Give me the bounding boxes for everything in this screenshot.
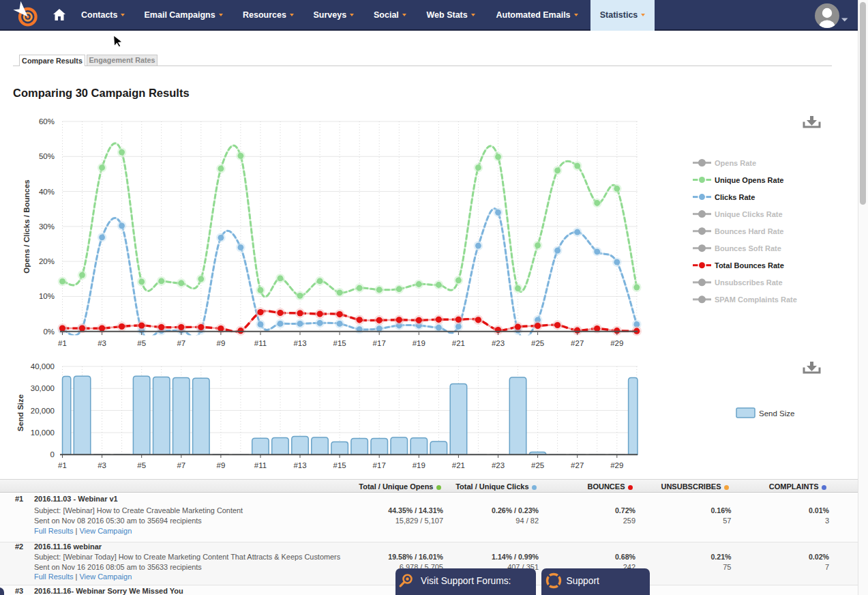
svg-text:#13: #13 [293, 339, 306, 347]
svg-text:#1: #1 [58, 339, 67, 347]
svg-text:10%: 10% [39, 292, 55, 300]
svg-text:#17: #17 [373, 339, 386, 347]
svg-text:#11: #11 [254, 339, 267, 347]
svg-text:20,000: 20,000 [31, 407, 55, 415]
svg-text:10,000: 10,000 [31, 429, 55, 437]
svg-text:#15: #15 [333, 339, 346, 347]
svg-text:#27: #27 [571, 461, 584, 469]
svg-text:20%: 20% [39, 257, 55, 265]
svg-text:#29: #29 [610, 461, 623, 469]
svg-text:#5: #5 [137, 339, 146, 347]
svg-text:#1: #1 [58, 461, 67, 469]
svg-text:0: 0 [50, 450, 55, 459]
svg-text:Total Bounces Rate: Total Bounces Rate [715, 261, 784, 270]
svg-text:#11: #11 [254, 461, 267, 469]
svg-text:#9: #9 [217, 461, 226, 469]
svg-text:#29: #29 [610, 339, 623, 347]
svg-text:#3: #3 [98, 461, 106, 469]
svg-text:Clicks Rate: Clicks Rate [715, 193, 755, 201]
svg-text:#7: #7 [177, 339, 185, 347]
svg-text:Unsubscribes Rate: Unsubscribes Rate [715, 278, 783, 287]
svg-text:30%: 30% [39, 222, 55, 231]
svg-text:#13: #13 [293, 461, 306, 469]
svg-text:50%: 50% [39, 152, 55, 160]
svg-text:SPAM Complaints Rate: SPAM Complaints Rate [715, 295, 797, 304]
svg-text:Opens Rate: Opens Rate [715, 159, 756, 167]
svg-text:#9: #9 [217, 339, 226, 347]
svg-text:#21: #21 [452, 461, 465, 469]
svg-text:#19: #19 [413, 461, 425, 469]
svg-text:#3: #3 [98, 339, 106, 347]
svg-text:Unique Opens Rate: Unique Opens Rate [715, 176, 783, 184]
svg-text:Unique Clicks Rate: Unique Clicks Rate [715, 210, 783, 218]
svg-text:#21: #21 [452, 339, 465, 347]
svg-text:#15: #15 [333, 461, 346, 469]
svg-text:#5: #5 [137, 461, 146, 469]
svg-text:#27: #27 [571, 339, 584, 347]
svg-text:#23: #23 [492, 461, 505, 469]
svg-text:0%: 0% [43, 328, 55, 336]
svg-text:Opens / Clicks / Bounces: Opens / Clicks / Bounces [23, 179, 31, 273]
svg-text:30,000: 30,000 [31, 384, 55, 392]
svg-text:#17: #17 [373, 461, 386, 469]
svg-text:#19: #19 [413, 339, 425, 347]
svg-text:40%: 40% [39, 188, 55, 196]
svg-text:#7: #7 [177, 461, 185, 469]
svg-text:60%: 60% [39, 117, 55, 126]
svg-text:Bounces Soft Rate: Bounces Soft Rate [715, 244, 781, 252]
svg-text:Send Size: Send Size [16, 394, 25, 431]
svg-text:Bounces Hard Rate: Bounces Hard Rate [715, 227, 783, 235]
svg-text:#25: #25 [531, 461, 544, 469]
svg-text:#23: #23 [492, 339, 505, 347]
svg-text:Send Size: Send Size [759, 409, 794, 418]
svg-text:40,000: 40,000 [31, 362, 55, 371]
svg-text:#25: #25 [531, 339, 544, 347]
